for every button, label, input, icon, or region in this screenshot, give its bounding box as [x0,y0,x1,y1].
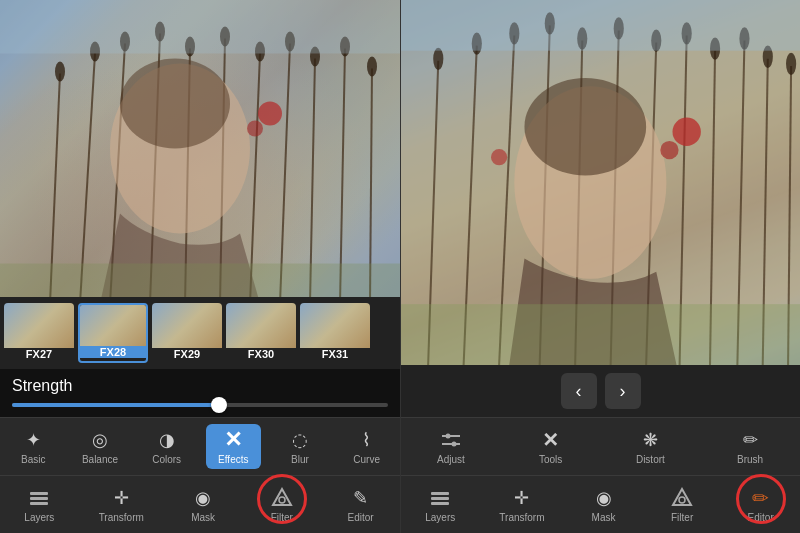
effects-icon: ✕ [221,428,245,452]
rmask-icon: ◉ [592,486,616,510]
strength-slider-fill [12,403,219,407]
filter-fx29[interactable]: FX29 [152,303,222,363]
tool-curve[interactable]: ⌇ Curve [339,424,394,469]
svg-point-63 [660,141,678,159]
filter-fx28-label: FX28 [80,346,146,358]
rtool-distort-label: Distort [636,454,665,465]
rbottom-mask-label: Mask [592,512,616,523]
svg-rect-29 [30,492,48,495]
filter-icon [270,486,294,510]
svg-point-24 [120,59,230,149]
bottom-mask[interactable]: ◉ Mask [176,482,231,527]
left-bottom-toolbar: Layers ✛ Transform ◉ Mask Filter [0,475,400,533]
rbottom-transform-label: Transform [499,512,544,523]
adjust-icon [439,428,463,452]
right-panel: ‹ › Adjust ✕ Tools ❋ Distort ✏ Br [400,0,800,533]
rtool-tools[interactable]: ✕ Tools [523,424,578,469]
svg-point-62 [672,118,700,146]
filter-fx28[interactable]: FX28 [78,303,148,363]
tool-blur[interactable]: ◌ Blur [272,424,327,469]
tool-colors-label: Colors [152,454,181,465]
svg-rect-30 [30,497,48,500]
right-bottom-toolbar-wrapper: Layers ✛ Transform ◉ Mask Filter [401,475,800,533]
rtool-adjust[interactable]: Adjust [423,424,478,469]
rtransform-icon: ✛ [510,486,534,510]
strength-slider-thumb[interactable] [211,397,227,413]
svg-rect-73 [431,502,449,505]
right-photo-area [401,0,800,365]
tool-effects[interactable]: ✕ Effects [206,424,261,469]
svg-point-48 [433,48,443,70]
filter-fx31[interactable]: FX31 [300,303,370,363]
filter-fx27[interactable]: FX27 [4,303,74,363]
bottom-filter-label: Filter [271,512,293,523]
svg-point-33 [279,497,285,503]
svg-rect-31 [30,502,48,505]
tool-basic[interactable]: ✦ Basic [6,424,61,469]
bottom-editor[interactable]: ✎ Editor [333,482,388,527]
left-photo-area [0,0,400,297]
svg-rect-28 [0,0,400,54]
rbottom-layers[interactable]: Layers [413,482,468,527]
left-panel: FX27 FX28 FX29 FX30 FX31 Strength ✦ Ba [0,0,400,533]
rbottom-editor-label: Editor [748,512,774,523]
strength-label: Strength [12,377,388,395]
brush-icon: ✏ [738,428,762,452]
tool-basic-label: Basic [21,454,45,465]
svg-point-64 [491,149,507,165]
rbottom-transform[interactable]: ✛ Transform [491,482,552,527]
bottom-layers[interactable]: Layers [12,482,67,527]
tool-colors[interactable]: ◑ Colors [139,424,194,469]
filter-fx30[interactable]: FX30 [226,303,296,363]
left-bottom-toolbar-wrapper: Layers ✛ Transform ◉ Mask Filter [0,475,400,533]
svg-point-61 [524,78,646,175]
svg-rect-71 [431,492,449,495]
svg-point-26 [247,121,263,137]
rbottom-filter-label: Filter [671,512,693,523]
svg-point-75 [679,497,685,503]
rtool-tools-label: Tools [539,454,562,465]
filter-fx29-label: FX29 [152,348,222,360]
svg-point-22 [367,57,377,77]
bottom-mask-label: Mask [191,512,215,523]
rtool-brush[interactable]: ✏ Brush [723,424,778,469]
rlayers-icon [428,486,452,510]
rtool-distort[interactable]: ❋ Distort [623,424,678,469]
tool-curve-label: Curve [353,454,380,465]
mask-icon: ◉ [191,486,215,510]
bottom-filter[interactable]: Filter [254,482,309,527]
strength-area: Strength [0,369,400,417]
bottom-transform[interactable]: ✛ Transform [91,482,152,527]
right-bottom-toolbar: Layers ✛ Transform ◉ Mask Filter [401,475,800,533]
layers-icon [27,486,51,510]
bottom-transform-label: Transform [99,512,144,523]
svg-rect-65 [401,304,800,365]
nav-forward-button[interactable]: › [605,373,641,409]
svg-rect-27 [0,264,400,298]
rtool-brush-label: Brush [737,454,763,465]
strength-slider-track[interactable] [12,403,388,407]
rbottom-editor[interactable]: ✏ Editor [733,482,788,527]
right-top-toolbar: Adjust ✕ Tools ❋ Distort ✏ Brush [401,417,800,475]
basic-icon: ✦ [21,428,45,452]
svg-point-25 [258,102,282,126]
rbottom-mask[interactable]: ◉ Mask [576,482,631,527]
nav-arrows: ‹ › [401,365,800,417]
left-top-toolbar: ✦ Basic ◎ Balance ◑ Colors ✕ Effects ◌ B… [0,417,400,475]
tool-balance[interactable]: ◎ Balance [72,424,127,469]
bottom-editor-label: Editor [348,512,374,523]
filter-fx30-label: FX30 [226,348,296,360]
balance-icon: ◎ [88,428,112,452]
filter-fx27-label: FX27 [4,348,74,360]
colors-icon: ◑ [155,428,179,452]
reditor-icon: ✏ [749,486,773,510]
svg-point-12 [55,62,65,82]
tool-effects-label: Effects [218,454,248,465]
rbottom-filter[interactable]: Filter [655,482,710,527]
filter-strip: FX27 FX28 FX29 FX30 FX31 [0,297,400,369]
bottom-layers-label: Layers [24,512,54,523]
blur-icon: ◌ [288,428,312,452]
svg-point-70 [451,442,456,447]
nav-back-button[interactable]: ‹ [561,373,597,409]
distort-icon: ❋ [638,428,662,452]
